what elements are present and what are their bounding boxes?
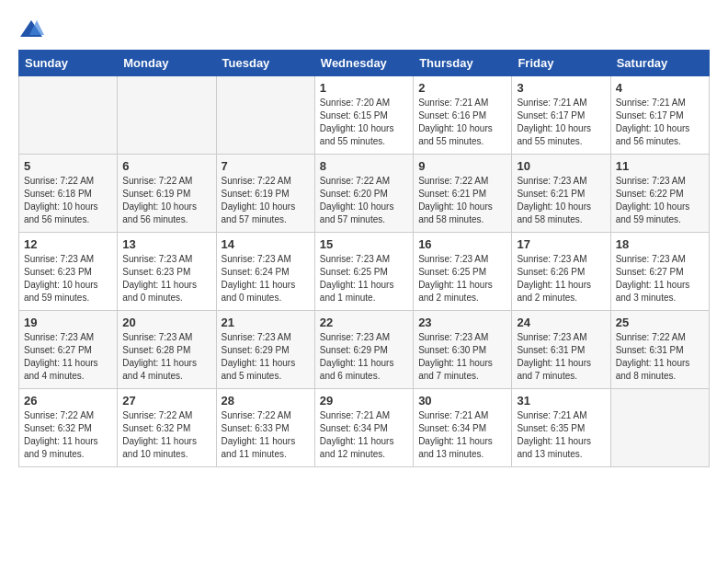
calendar-week-row: 1Sunrise: 7:20 AM Sunset: 6:15 PM Daylig… — [19, 76, 710, 155]
logo — [18, 18, 48, 40]
day-info: Sunrise: 7:23 AM Sunset: 6:31 PM Dayligh… — [517, 331, 605, 383]
weekday-header-friday: Friday — [512, 51, 610, 76]
day-info: Sunrise: 7:23 AM Sunset: 6:21 PM Dayligh… — [517, 175, 605, 226]
page-header — [18, 18, 710, 40]
calendar-cell: 1Sunrise: 7:20 AM Sunset: 6:15 PM Daylig… — [314, 76, 413, 155]
day-number: 25 — [616, 316, 704, 329]
calendar-cell: 24Sunrise: 7:23 AM Sunset: 6:31 PM Dayli… — [512, 311, 610, 389]
day-number: 31 — [517, 394, 605, 408]
calendar-cell: 4Sunrise: 7:21 AM Sunset: 6:17 PM Daylig… — [610, 76, 709, 155]
weekday-header-monday: Monday — [118, 51, 216, 76]
day-info: Sunrise: 7:23 AM Sunset: 6:30 PM Dayligh… — [418, 331, 506, 383]
day-info: Sunrise: 7:21 AM Sunset: 6:34 PM Dayligh… — [418, 409, 506, 461]
day-number: 11 — [616, 159, 704, 173]
day-info: Sunrise: 7:23 AM Sunset: 6:25 PM Dayligh… — [320, 253, 408, 304]
calendar-cell — [216, 76, 314, 155]
day-info: Sunrise: 7:23 AM Sunset: 6:27 PM Dayligh… — [616, 253, 704, 304]
weekday-header-sunday: Sunday — [19, 51, 118, 76]
day-number: 21 — [222, 316, 310, 329]
day-number: 20 — [122, 316, 210, 329]
day-info: Sunrise: 7:23 AM Sunset: 6:29 PM Dayligh… — [320, 331, 408, 383]
day-number: 26 — [24, 394, 112, 408]
calendar-cell: 29Sunrise: 7:21 AM Sunset: 6:34 PM Dayli… — [314, 389, 413, 467]
day-info: Sunrise: 7:21 AM Sunset: 6:17 PM Dayligh… — [517, 97, 605, 148]
calendar-cell — [610, 389, 709, 467]
calendar-cell: 8Sunrise: 7:22 AM Sunset: 6:20 PM Daylig… — [314, 155, 413, 233]
day-number: 5 — [24, 159, 112, 173]
day-info: Sunrise: 7:23 AM Sunset: 6:23 PM Dayligh… — [122, 253, 210, 304]
day-number: 18 — [616, 237, 704, 251]
day-info: Sunrise: 7:22 AM Sunset: 6:32 PM Dayligh… — [122, 409, 210, 461]
weekday-header-saturday: Saturday — [610, 51, 709, 76]
day-number: 9 — [418, 159, 506, 173]
calendar-cell: 12Sunrise: 7:23 AM Sunset: 6:23 PM Dayli… — [19, 233, 118, 311]
day-number: 4 — [616, 81, 704, 95]
calendar-cell: 31Sunrise: 7:21 AM Sunset: 6:35 PM Dayli… — [512, 389, 610, 467]
day-info: Sunrise: 7:22 AM Sunset: 6:20 PM Dayligh… — [320, 175, 408, 226]
day-number: 12 — [24, 237, 112, 251]
day-number: 17 — [517, 237, 605, 251]
day-number: 7 — [222, 159, 310, 173]
day-number: 27 — [122, 394, 210, 408]
day-info: Sunrise: 7:21 AM Sunset: 6:17 PM Dayligh… — [616, 97, 704, 148]
day-info: Sunrise: 7:22 AM Sunset: 6:18 PM Dayligh… — [24, 175, 112, 226]
day-info: Sunrise: 7:23 AM Sunset: 6:27 PM Dayligh… — [24, 331, 112, 383]
day-info: Sunrise: 7:22 AM Sunset: 6:32 PM Dayligh… — [24, 409, 112, 461]
calendar-cell: 16Sunrise: 7:23 AM Sunset: 6:25 PM Dayli… — [414, 233, 512, 311]
calendar-cell: 7Sunrise: 7:22 AM Sunset: 6:19 PM Daylig… — [216, 155, 314, 233]
day-info: Sunrise: 7:23 AM Sunset: 6:23 PM Dayligh… — [24, 253, 112, 304]
calendar-week-row: 19Sunrise: 7:23 AM Sunset: 6:27 PM Dayli… — [19, 311, 710, 389]
day-number: 28 — [222, 394, 310, 408]
day-number: 24 — [517, 316, 605, 329]
day-info: Sunrise: 7:22 AM Sunset: 6:21 PM Dayligh… — [418, 175, 506, 226]
day-number: 6 — [122, 159, 210, 173]
day-number: 10 — [517, 159, 605, 173]
day-info: Sunrise: 7:23 AM Sunset: 6:26 PM Dayligh… — [517, 253, 605, 304]
calendar-cell: 26Sunrise: 7:22 AM Sunset: 6:32 PM Dayli… — [19, 389, 118, 467]
day-info: Sunrise: 7:21 AM Sunset: 6:16 PM Dayligh… — [418, 97, 506, 148]
calendar-cell: 19Sunrise: 7:23 AM Sunset: 6:27 PM Dayli… — [19, 311, 118, 389]
day-info: Sunrise: 7:23 AM Sunset: 6:25 PM Dayligh… — [418, 253, 506, 304]
calendar-week-row: 12Sunrise: 7:23 AM Sunset: 6:23 PM Dayli… — [19, 233, 710, 311]
day-info: Sunrise: 7:23 AM Sunset: 6:28 PM Dayligh… — [122, 331, 210, 383]
calendar-cell: 27Sunrise: 7:22 AM Sunset: 6:32 PM Dayli… — [118, 389, 216, 467]
calendar-cell: 28Sunrise: 7:22 AM Sunset: 6:33 PM Dayli… — [216, 389, 314, 467]
day-info: Sunrise: 7:21 AM Sunset: 6:35 PM Dayligh… — [517, 409, 605, 461]
calendar-cell: 21Sunrise: 7:23 AM Sunset: 6:29 PM Dayli… — [216, 311, 314, 389]
calendar-cell: 10Sunrise: 7:23 AM Sunset: 6:21 PM Dayli… — [512, 155, 610, 233]
calendar-table: SundayMondayTuesdayWednesdayThursdayFrid… — [18, 50, 710, 467]
generalblue-logo-icon — [18, 18, 44, 40]
calendar-cell: 2Sunrise: 7:21 AM Sunset: 6:16 PM Daylig… — [414, 76, 512, 155]
day-number: 15 — [320, 237, 408, 251]
day-info: Sunrise: 7:22 AM Sunset: 6:19 PM Dayligh… — [222, 175, 310, 226]
calendar-cell: 9Sunrise: 7:22 AM Sunset: 6:21 PM Daylig… — [414, 155, 512, 233]
day-info: Sunrise: 7:22 AM Sunset: 6:33 PM Dayligh… — [222, 409, 310, 461]
weekday-header-thursday: Thursday — [414, 51, 512, 76]
calendar-cell: 15Sunrise: 7:23 AM Sunset: 6:25 PM Dayli… — [314, 233, 413, 311]
calendar-cell: 13Sunrise: 7:23 AM Sunset: 6:23 PM Dayli… — [118, 233, 216, 311]
calendar-cell — [118, 76, 216, 155]
calendar-cell: 20Sunrise: 7:23 AM Sunset: 6:28 PM Dayli… — [118, 311, 216, 389]
day-number: 8 — [320, 159, 408, 173]
day-number: 22 — [320, 316, 408, 329]
calendar-cell — [19, 76, 118, 155]
day-info: Sunrise: 7:22 AM Sunset: 6:31 PM Dayligh… — [616, 331, 704, 383]
calendar-cell: 18Sunrise: 7:23 AM Sunset: 6:27 PM Dayli… — [610, 233, 709, 311]
day-info: Sunrise: 7:22 AM Sunset: 6:19 PM Dayligh… — [122, 175, 210, 226]
weekday-header-row: SundayMondayTuesdayWednesdayThursdayFrid… — [19, 51, 710, 76]
calendar-cell: 11Sunrise: 7:23 AM Sunset: 6:22 PM Dayli… — [610, 155, 709, 233]
day-number: 1 — [320, 81, 408, 95]
calendar-cell: 30Sunrise: 7:21 AM Sunset: 6:34 PM Dayli… — [414, 389, 512, 467]
day-number: 2 — [418, 81, 506, 95]
day-info: Sunrise: 7:23 AM Sunset: 6:29 PM Dayligh… — [222, 331, 310, 383]
calendar-week-row: 5Sunrise: 7:22 AM Sunset: 6:18 PM Daylig… — [19, 155, 710, 233]
calendar-cell: 5Sunrise: 7:22 AM Sunset: 6:18 PM Daylig… — [19, 155, 118, 233]
day-number: 29 — [320, 394, 408, 408]
day-info: Sunrise: 7:23 AM Sunset: 6:22 PM Dayligh… — [616, 175, 704, 226]
day-number: 30 — [418, 394, 506, 408]
calendar-cell: 6Sunrise: 7:22 AM Sunset: 6:19 PM Daylig… — [118, 155, 216, 233]
calendar-cell: 17Sunrise: 7:23 AM Sunset: 6:26 PM Dayli… — [512, 233, 610, 311]
day-number: 16 — [418, 237, 506, 251]
weekday-header-wednesday: Wednesday — [314, 51, 413, 76]
day-info: Sunrise: 7:20 AM Sunset: 6:15 PM Dayligh… — [320, 97, 408, 148]
